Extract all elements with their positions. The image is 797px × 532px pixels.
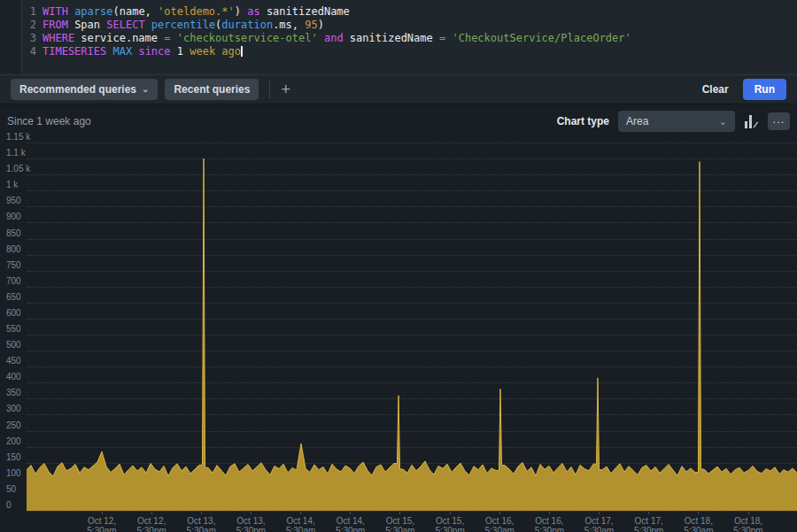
code-token: = [164,32,170,44]
x-tick-time: 5:30am [475,526,524,532]
x-tick-date: Oct 12, [127,516,176,526]
x-tick-label: Oct 18,5:30pm [723,512,773,532]
y-tick-label: 650 [6,292,21,302]
tick-mark [102,512,103,514]
x-tick-time: 5:30pm [127,526,176,532]
x-tick-time: 5:30am [176,526,226,532]
code-token: service.name [74,32,164,44]
y-tick-label: 750 [6,260,21,270]
line-number: 4 [0,45,36,58]
x-tick-date: Oct 15, [375,516,425,526]
x-tick-label: Oct 15,5:30am [375,512,425,532]
code-lines[interactable]: 1WITH aparse(name, 'oteldemo.*') as sani… [0,5,797,58]
add-query-button[interactable]: + [277,81,294,99]
plus-icon: + [281,81,290,98]
code-token [318,32,324,44]
more-options-button[interactable]: ... [768,112,790,130]
edit-chart-icon [744,114,759,128]
code-token: WHERE [43,32,74,44]
x-tick-label: Oct 16,5:30am [475,512,524,532]
tick-mark [499,512,500,514]
run-button[interactable]: Run [743,79,786,100]
y-tick-label: 500 [6,340,21,350]
chart-header: Since 1 week ago Chart type Area ⌄ ... [0,105,797,137]
y-tick-label: 250 [6,420,21,430]
x-tick-time: 5:30am [575,526,624,532]
code-token: as [247,5,259,18]
clear-button[interactable]: Clear [702,83,729,96]
code-token: sanitizedName [260,5,350,18]
recommended-queries-button[interactable]: Recommended queries ⌄ [11,79,158,100]
chart-type-select[interactable]: Area ⌄ [618,111,735,132]
x-tick-label: Oct 18,5:30am [674,512,723,532]
x-tick-time: 5:30pm [624,526,674,532]
line-number: 3 [0,32,36,45]
area-series [27,137,797,511]
code-token: 'CheckoutService/PlaceOrder' [452,32,631,44]
code-token: (name, [112,5,158,18]
tick-mark [748,512,749,514]
y-tick-label: 950 [6,196,21,205]
y-tick-label: 200 [6,436,21,446]
line-number: 2 [0,19,36,32]
ellipsis-icon: ... [773,112,785,126]
x-tick-time: 5:30pm [723,526,773,532]
x-tick-label: Oct 14,5:30pm [326,512,375,532]
code-token: FROM [43,19,68,31]
code-line[interactable]: 1WITH aparse(name, 'oteldemo.*') as sani… [0,5,797,19]
code-token: since [138,45,170,58]
x-tick-label: Oct 16,5:30pm [524,512,574,532]
tick-mark [151,512,152,514]
code-token: 'checkoutservice-otel' [177,32,318,44]
y-tick-label: 150 [6,452,21,462]
y-tick-label: 1 k [6,180,18,189]
y-tick-label: 450 [6,356,21,366]
query-editor[interactable]: 1WITH aparse(name, 'oteldemo.*') as sani… [0,0,797,74]
x-tick-date: Oct 13, [226,516,275,526]
code-token: and [324,32,344,44]
code-token: WITH [43,5,74,18]
x-tick-label: Oct 13,5:30pm [226,512,275,532]
code-token: 'oteldemo.*' [158,5,235,18]
code-token: ) [235,5,247,18]
x-tick-time: 5:30am [276,526,326,532]
code-token: SELECT [106,19,144,31]
recommended-queries-label: Recommended queries [19,83,136,96]
chart-type-label: Chart type [557,115,609,127]
edit-chart-button[interactable] [744,114,759,128]
code-line[interactable]: 4TIMESERIES MAX since 1 week ago [0,45,797,58]
y-tick-label: 100 [6,468,21,478]
y-tick-label: 850 [6,228,21,238]
chevron-down-icon: ⌄ [719,118,727,125]
x-tick-label: Oct 12,5:30pm [127,512,176,532]
chevron-down-icon: ⌄ [142,86,149,93]
code-token: 95 [305,19,317,31]
y-tick-label: 900 [6,212,21,221]
chart-section: Since 1 week ago Chart type Area ⌄ ... 0… [0,105,797,532]
text-cursor [241,46,243,57]
code-token [171,32,177,44]
x-tick-date: Oct 14, [276,516,326,526]
tick-mark [300,512,301,514]
x-tick-date: Oct 15, [425,516,475,526]
code-token: TIMESERIES [43,45,106,58]
recent-queries-button[interactable]: Recent queries [165,79,259,100]
code-token: aparse [74,5,112,18]
code-token: Span [68,19,106,31]
chart-controls: Chart type Area ⌄ ... [557,111,790,132]
y-tick-label: 300 [6,404,21,413]
y-tick-label: 350 [6,388,21,397]
x-tick-date: Oct 14, [326,516,375,526]
x-tick-date: Oct 12, [77,516,127,526]
code-line[interactable]: 3WHERE service.name = 'checkoutservice-o… [0,32,797,45]
x-tick-date: Oct 16, [475,516,524,526]
y-tick-label: 50 [6,484,16,494]
timeseries-area-chart[interactable]: 0501001502002503003504004505005506006507… [0,137,797,532]
code-token: MAX [112,45,132,58]
code-line[interactable]: 2FROM Span SELECT percentile(duration.ms… [0,19,797,32]
x-tick-time: 5:30pm [226,526,275,532]
code-token: sanitizedName [344,32,439,44]
x-tick-date: Oct 17, [624,516,674,526]
x-tick-date: Oct 18, [674,516,723,526]
x-tick-label: Oct 15,5:30pm [425,512,475,532]
